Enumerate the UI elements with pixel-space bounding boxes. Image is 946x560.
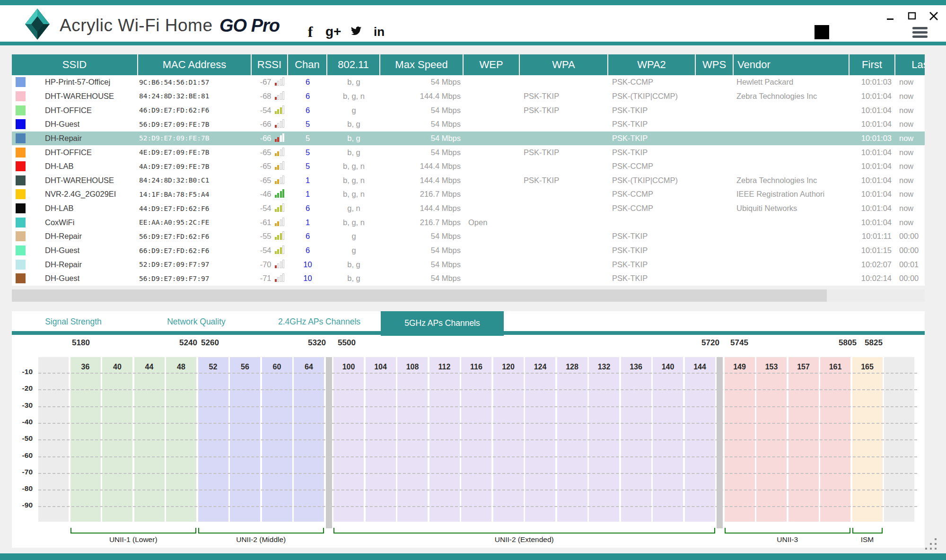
column-header-wps[interactable]: WPS	[696, 54, 734, 75]
stop-capture-button[interactable]	[815, 25, 829, 39]
ssid-label: CoxWiFi	[45, 218, 74, 227]
first-seen-cell: 10:01:15	[850, 246, 895, 255]
wpa2-cell: PSK-CCMP	[608, 204, 696, 213]
y-axis-label: -20	[12, 384, 33, 393]
channel-number-label: 40	[102, 363, 132, 371]
channel-number-label: 108	[397, 363, 428, 371]
table-row[interactable]: CoxWiFiEE:AA:A0:95:2C:FE-611b, g, n216.7…	[12, 215, 925, 229]
tab-5ghz-aps-channels[interactable]: 5GHz APs Channels	[381, 311, 504, 336]
frequency-label: 5240	[179, 338, 197, 348]
window-resize-grip[interactable]	[924, 537, 938, 551]
channel-number-label: 48	[166, 363, 196, 371]
wpa2-cell: PSK-(TKIP|CCMP)	[608, 92, 696, 101]
hamburger-menu-icon[interactable]	[912, 27, 928, 40]
channel-number-label: 116	[461, 363, 491, 371]
facebook-link[interactable]: f	[303, 23, 318, 41]
mac-address-cell: EE:AA:A0:95:2C:FE	[138, 219, 252, 226]
linkedin-link[interactable]: in	[371, 25, 386, 39]
table-row[interactable]: DH-Repair52:D9:E7:09:F7:97-7010b, g54 Mb…	[12, 257, 925, 271]
column-header-wpa2[interactable]: WPA2	[608, 54, 696, 75]
80211-modes-cell: g	[327, 246, 380, 255]
horizontal-scrollbar[interactable]	[12, 289, 925, 302]
maximize-button[interactable]	[906, 10, 918, 22]
tab-signal-strength[interactable]: Signal Strength	[12, 311, 135, 331]
max-speed-cell: 54 Mbps	[380, 106, 464, 115]
table-row[interactable]: DHT-OFFICE46:D9:E7:FD:62:F6-546g54 MbpsP…	[12, 103, 925, 117]
channel-cell: 10	[288, 274, 327, 283]
channel-number-label: 136	[621, 363, 651, 371]
column-header-max-speed[interactable]: Max Speed	[380, 54, 464, 75]
minimize-button[interactable]	[885, 10, 896, 22]
last-seen-cell: now	[895, 190, 925, 199]
google-plus-icon[interactable]: g+	[325, 24, 341, 39]
channel-cell: 5	[288, 120, 327, 129]
ssid-label: NVR-2.4G_2G029EI	[45, 190, 116, 199]
column-header-chan[interactable]: Chan	[288, 54, 327, 75]
channel-number-label: 100	[333, 363, 364, 371]
last-seen-cell: now	[895, 148, 925, 157]
y-axis-label: -90	[12, 501, 33, 509]
ssid-cell: DHT-OFFICE	[12, 105, 138, 115]
channel-number-label: 165	[852, 363, 883, 371]
twitter-icon[interactable]	[350, 25, 363, 36]
channel-cell: 5	[288, 148, 327, 157]
table-row[interactable]: DH-Guest56:D9:E7:09:FE:7B-665b, g54 Mbps…	[12, 117, 925, 131]
max-speed-cell: 54 Mbps	[380, 120, 464, 129]
last-seen-cell: now	[895, 218, 925, 227]
column-header-last[interactable]: Last	[895, 54, 925, 75]
column-header-mac-address[interactable]: MAC Address	[138, 54, 252, 75]
signal-strength-icon	[275, 203, 285, 212]
horizontal-scrollbar-thumb[interactable]	[12, 289, 827, 302]
table-row[interactable]: DH-Repair56:D9:E7:FD:62:F6-556g54 MbpsPS…	[12, 229, 925, 244]
grip-dot	[935, 538, 937, 540]
header-divider-bar	[0, 42, 946, 45]
channel-cell: 1	[288, 218, 327, 227]
table-row[interactable]: DHT-WAREHOUSE84:24:8D:32:BE:81-686b, g, …	[12, 89, 925, 104]
channel-cell: 6	[288, 232, 327, 241]
linkedin-icon[interactable]: in	[374, 25, 385, 39]
table-row[interactable]: DH-Guest56:D9:E7:09:F7:97-7110b, g54 Mbp…	[12, 271, 925, 286]
column-header-ssid[interactable]: SSID	[12, 54, 138, 75]
table-row[interactable]: DH-LAB4A:D9:E7:09:FE:7B-655b, g, n144.4 …	[12, 159, 925, 174]
table-row[interactable]: DHT-OFFICE4E:D9:E7:09:FE:7B-655b, g54 Mb…	[12, 145, 925, 159]
ssid-label: DHT-OFFICE	[45, 106, 92, 115]
first-seen-cell: 10:01:04	[850, 120, 895, 129]
table-row[interactable]: DH-LAB44:D9:E7:FD:62:F6-546g, n144.4 Mbp…	[12, 201, 925, 216]
max-speed-cell: 144.4 Mbps	[380, 204, 464, 213]
table-body: HP-Print-57-Officej9C:B6:54:56:D1:57-676…	[12, 75, 925, 286]
table-row[interactable]: NVR-2.4G_2G029EI14:1F:BA:78:F5:A4-461b, …	[12, 187, 925, 201]
go-pro-badge[interactable]: GO Pro	[219, 16, 280, 36]
max-speed-cell: 54 Mbps	[380, 260, 464, 269]
column-header-vendor[interactable]: Vendor	[734, 54, 850, 75]
table-row[interactable]: DH-Repair52:D9:E7:09:FE:7B-665b, g54 Mbp…	[12, 131, 925, 146]
rssi-value: -54	[260, 246, 272, 255]
column-header-wpa[interactable]: WPA	[520, 54, 608, 75]
google-plus-link[interactable]: g+	[325, 24, 341, 39]
grip-dot	[930, 548, 932, 550]
column-header-rssi[interactable]: RSSI	[252, 54, 288, 75]
channel-number-label: 132	[589, 363, 619, 371]
column-header-first[interactable]: First	[850, 54, 895, 75]
y-axis-label: -10	[12, 368, 33, 376]
rssi-value: -54	[260, 106, 272, 115]
ssid-label: DH-LAB	[45, 162, 74, 171]
gridline	[38, 506, 917, 507]
rssi-cell: -70	[252, 260, 288, 270]
grip-dot	[925, 548, 927, 550]
table-row[interactable]: HP-Print-57-Officej9C:B6:54:56:D1:57-676…	[12, 75, 925, 89]
vendor-cell: Ubiquiti Networks	[734, 204, 850, 213]
twitter-link[interactable]	[349, 25, 364, 38]
tab-2-4ghz-aps-channels[interactable]: 2.4GHz APs Channels	[258, 311, 381, 331]
close-button[interactable]	[928, 10, 939, 22]
rssi-cell: -66	[252, 119, 288, 129]
ssid-cell: DHT-WAREHOUSE	[12, 91, 138, 101]
last-seen-cell: 00:00	[895, 246, 925, 255]
table-row[interactable]: DHT-WAREHOUSE84:24:8D:32:B0:C1-651b, g, …	[12, 173, 925, 187]
column-header-wep[interactable]: WEP	[464, 54, 520, 75]
column-header-802-11[interactable]: 802.11	[327, 54, 380, 75]
tab-network-quality[interactable]: Network Quality	[135, 311, 258, 331]
table-row[interactable]: DH-Guest66:D9:E7:FD:62:F6-546g54 MbpsPSK…	[12, 244, 925, 258]
signal-strength-icon	[275, 189, 285, 198]
ssid-label: DHT-OFFICE	[45, 148, 92, 157]
facebook-icon[interactable]: f	[308, 23, 313, 40]
